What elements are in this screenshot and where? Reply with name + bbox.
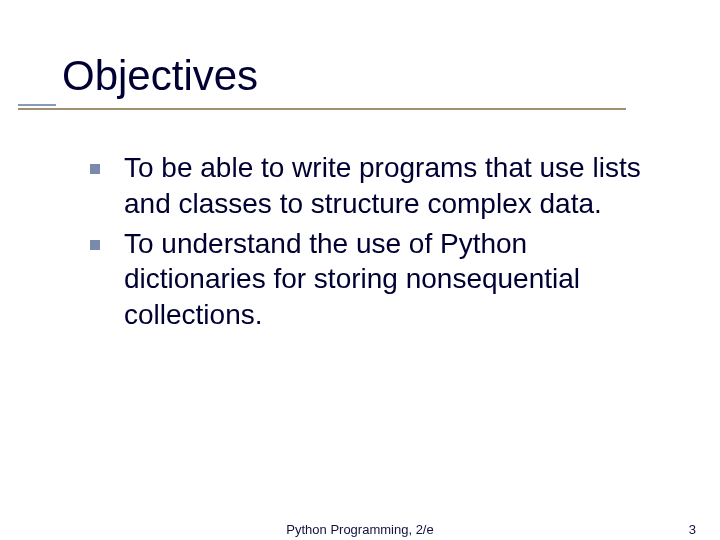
accent-rule-long bbox=[18, 108, 626, 110]
footer-source: Python Programming, 2/e bbox=[0, 522, 720, 537]
slide: Objectives To be able to write programs … bbox=[0, 0, 720, 540]
title-block: Objectives bbox=[62, 54, 662, 116]
footer-page-number: 3 bbox=[689, 522, 696, 537]
list-item-text: To be able to write programs that use li… bbox=[124, 150, 650, 222]
square-bullet-icon bbox=[90, 164, 100, 174]
slide-title: Objectives bbox=[62, 54, 662, 98]
title-rule bbox=[18, 104, 626, 116]
list-item: To understand the use of Python dictiona… bbox=[90, 226, 650, 333]
list-item-text: To understand the use of Python dictiona… bbox=[124, 226, 650, 333]
accent-rule-short bbox=[18, 104, 56, 106]
list-item: To be able to write programs that use li… bbox=[90, 150, 650, 222]
square-bullet-icon bbox=[90, 240, 100, 250]
body-content: To be able to write programs that use li… bbox=[90, 150, 650, 337]
